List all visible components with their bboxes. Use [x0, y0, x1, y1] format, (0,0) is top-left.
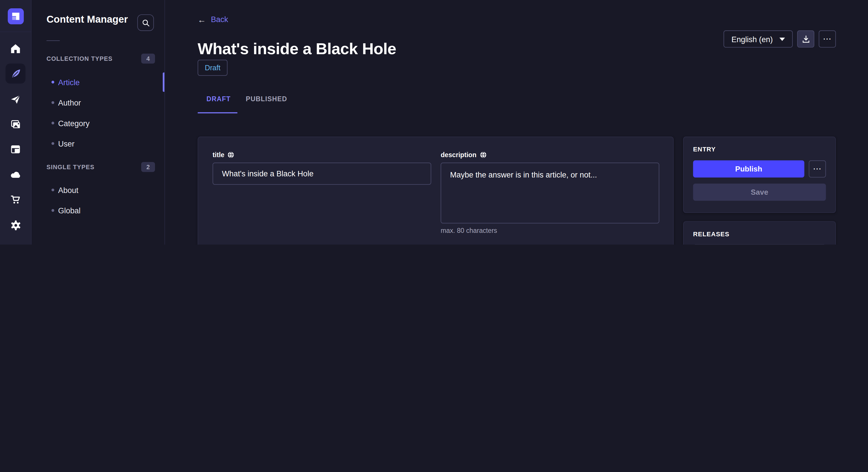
collection-types-count-badge: 4	[141, 54, 155, 64]
sidebar-divider	[46, 40, 60, 41]
header-more-button[interactable]: ⋯	[818, 30, 836, 47]
arrow-left-icon: ←	[198, 15, 206, 24]
back-link[interactable]: ← Back	[198, 15, 228, 24]
release-card: Will be published in Spring Summer highl…	[693, 244, 826, 245]
bullet-icon	[51, 189, 54, 192]
sidebar-item-global[interactable]: Global	[32, 200, 165, 221]
entry-panel: ENTRY Publish ⋯ Save	[683, 136, 836, 213]
sidebar-item-article[interactable]: Article	[32, 72, 165, 92]
status-badge: Draft	[198, 60, 228, 76]
export-button[interactable]	[797, 30, 814, 47]
entry-more-button[interactable]: ⋯	[809, 160, 826, 177]
save-button[interactable]: Save	[693, 183, 826, 201]
chevron-down-icon	[779, 37, 785, 41]
feather-icon	[10, 68, 22, 79]
media-library-icon	[10, 119, 21, 130]
gear-icon	[10, 220, 22, 231]
sidebar-item-media-library[interactable]	[8, 117, 23, 132]
releases-panel: RELEASES Will be published in Spring Sum…	[683, 221, 836, 245]
tab-draft[interactable]: DRAFT	[206, 95, 230, 103]
download-icon	[801, 35, 810, 43]
sidebar-item-home[interactable]	[8, 41, 23, 57]
active-item-indicator	[163, 72, 164, 92]
search-icon	[142, 19, 150, 27]
publish-button[interactable]: Publish	[693, 160, 805, 177]
strapi-logo-icon	[11, 12, 21, 21]
ellipsis-icon: ⋯	[823, 34, 832, 43]
description-textarea[interactable]: Maybe the answer is in this article, or …	[441, 163, 659, 224]
entry-panel-title: ENTRY	[693, 146, 826, 153]
field-title: title What's inside a Black Hole	[213, 151, 431, 185]
main-nav-rail: KD	[0, 0, 32, 245]
home-icon	[10, 43, 21, 54]
bullet-icon	[51, 142, 54, 145]
sidebar-item-content-manager[interactable]	[5, 64, 25, 83]
sidebar-item-cloud[interactable]	[8, 167, 23, 182]
bullet-icon	[51, 101, 54, 104]
tab-published[interactable]: PUBLISHED	[246, 95, 287, 103]
releases-panel-title: RELEASES	[693, 231, 826, 237]
search-button[interactable]	[137, 14, 154, 31]
layout-icon	[10, 144, 21, 155]
bullet-icon	[51, 122, 54, 125]
sidebar-item-about[interactable]: About	[32, 180, 165, 200]
sidebar-item-releases[interactable]	[8, 92, 23, 107]
ellipsis-icon: ⋯	[813, 164, 822, 173]
description-hint: max. 80 characters	[441, 227, 659, 235]
sidebar-item-content-type-builder[interactable]	[8, 142, 23, 157]
section-single-types: SINGLE TYPES	[46, 164, 94, 170]
strapi-logo[interactable]	[8, 8, 24, 24]
content-manager-sidebar: Content Manager COLLECTION TYPES 4 Artic…	[32, 0, 165, 245]
active-tab-underline	[198, 112, 238, 113]
globe-i18n-icon	[479, 151, 486, 158]
sidebar-title: Content Manager	[46, 14, 128, 26]
locale-select[interactable]: English (en)	[724, 30, 793, 47]
single-types-count-badge: 2	[141, 162, 155, 172]
field-description: description Maybe the answer is in this …	[441, 151, 659, 235]
sidebar-item-author[interactable]: Author	[32, 92, 165, 113]
cart-icon	[10, 194, 21, 205]
bullet-icon	[51, 209, 54, 212]
paper-plane-icon	[10, 94, 21, 105]
sidebar-item-category[interactable]: Category	[32, 113, 165, 133]
sidebar-item-marketplace[interactable]	[8, 192, 23, 207]
sidebar-item-user[interactable]: User	[32, 133, 165, 154]
globe-i18n-icon	[228, 151, 234, 158]
app-window: KD Content Manager COLLECTION TYPES 4 Ar…	[0, 0, 868, 245]
title-input[interactable]: What's inside a Black Hole	[213, 163, 431, 185]
section-collection-types: COLLECTION TYPES	[46, 55, 113, 62]
rail-divider	[0, 32, 31, 32]
main-content: ← Back What's inside a Black Hole Draft …	[165, 0, 868, 245]
page-title: What's inside a Black Hole	[198, 40, 396, 59]
edit-form-panel: title What's inside a Black Hole	[198, 136, 674, 245]
sidebar-item-settings[interactable]	[8, 217, 23, 233]
cloud-icon	[9, 169, 22, 180]
bullet-icon	[51, 81, 54, 84]
